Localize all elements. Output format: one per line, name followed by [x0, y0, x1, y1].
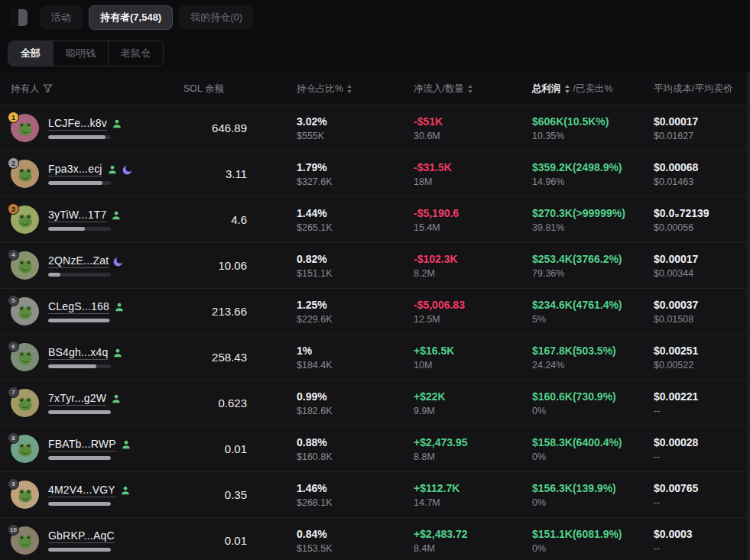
holder-cell: 7 7xTyr...g2W [0, 389, 183, 417]
sol-balance-value: 3.11 [183, 167, 248, 180]
net-inflow-cell: +$2,473.95 8.8M [414, 436, 532, 462]
avg-cell: $0.00017 $0.01627 [654, 115, 750, 141]
topbar: 活动 持有者(7,548) 我的持仓(0) [0, 0, 750, 34]
frog-avatar-icon [15, 256, 35, 276]
table-row[interactable]: 10 GbRKP...AqC 0.01 0.84% [0, 518, 750, 560]
person-icon [112, 348, 123, 358]
avg-cost-value: $0.00251 [654, 345, 750, 357]
holder-address[interactable]: 4M2V4...VGY [48, 484, 115, 497]
holder-address[interactable]: 2QNzE...Zat [48, 254, 109, 268]
table-row[interactable]: 5 CLegS...168 213.66 1.25% [0, 289, 750, 335]
sol-balance-value: 0.01 [183, 442, 248, 455]
holding-progress-fill [48, 273, 60, 277]
net-inflow-cell: -$5,006.83 12.5M [414, 299, 532, 325]
filter-smart-money[interactable]: 聪明钱 [53, 41, 108, 66]
holding-progress [48, 135, 111, 139]
total-profit-value: $253.4K(3766.2%) [532, 253, 654, 265]
sold-pct-value: 24.24% [532, 360, 654, 371]
total-profit-value: $158.3K(6400.4%) [532, 436, 654, 448]
avg-cost-value: $0.00028 [654, 436, 750, 448]
rank-badge: 1 [8, 112, 19, 123]
token-quantity-value: 12.5M [414, 314, 532, 325]
frog-avatar-icon [15, 393, 35, 413]
col-profit-label: 总利润 [532, 83, 561, 95]
position-pct-value: 1.79% [297, 161, 414, 173]
holding-progress-fill [48, 364, 96, 368]
table-row[interactable]: 9 4M2V4...VGY 0.35 1.46% $ [0, 472, 750, 518]
holder-info: Fpa3x...ecj [48, 163, 133, 185]
sol-balance-value: 646.89 [183, 121, 248, 134]
holder-address[interactable]: 7xTyr...g2W [48, 392, 106, 406]
tab-activity[interactable]: 活动 [40, 5, 83, 30]
table-row[interactable]: 1 LCJFe...k8v 646.89 3.02% [0, 105, 750, 151]
avatar-wrap: 8 [11, 435, 39, 463]
profit-cell: $151.1K(6081.9%) 0% [532, 528, 654, 554]
funnel-icon[interactable] [43, 83, 54, 94]
position-pct-value: 0.88% [297, 436, 414, 448]
net-inflow-cell: -$31.5K 18M [414, 161, 532, 187]
holder-cell: 9 4M2V4...VGY [0, 481, 183, 509]
total-profit-value: $606K(10.5K%) [532, 115, 654, 128]
frog-avatar-icon [15, 164, 35, 184]
position-cell: 1.46% $268.1K [248, 482, 414, 508]
avg-sell-price-value: $0.00344 [654, 268, 750, 279]
sold-pct-value: 0% [532, 497, 654, 508]
address-row: 2QNzE...Zat [48, 254, 124, 268]
address-row: 7xTyr...g2W [48, 392, 122, 406]
person-icon [114, 302, 125, 312]
sol-balance-value: 0.01 [183, 534, 248, 547]
position-usd-value: $229.6K [297, 314, 414, 325]
rank-badge: 7 [8, 387, 19, 398]
col-position-pct[interactable]: 持仓占比% [248, 83, 414, 95]
holder-address[interactable]: GbRKP...AqC [48, 529, 115, 543]
col-holder-label: 持有人 [11, 83, 40, 95]
holder-info: BS4gh...x4q [48, 346, 123, 368]
table-row[interactable]: 6 BS4gh...x4q 258.43 1% $1 [0, 335, 750, 380]
panel-toggle-icon[interactable] [11, 9, 28, 26]
scrollbar[interactable] [747, 73, 750, 560]
tab-holders[interactable]: 持有者(7,548) [89, 5, 173, 30]
holder-address[interactable]: LCJFe...k8v [48, 117, 107, 131]
holder-cell: 3 3yTiW...1T7 [0, 206, 183, 234]
avg-cost-value: $0.0₅72139 [654, 207, 750, 219]
position-cell: 0.88% $160.8K [248, 436, 414, 462]
holder-address[interactable]: FBATb...RWP [48, 438, 116, 452]
address-row: CLegS...168 [48, 300, 125, 314]
avg-cost-value: $0.00017 [654, 253, 750, 265]
tab-my-position[interactable]: 我的持仓(0) [179, 5, 254, 30]
token-quantity-value: 8.8M [414, 452, 532, 462]
table-row[interactable]: 8 FBATb...RWP 0.01 0.88% $ [0, 426, 750, 472]
token-quantity-value: 10M [414, 360, 532, 371]
table-row[interactable]: 7 7xTyr...g2W 0.623 0.99% [0, 380, 750, 426]
avatar-wrap: 9 [11, 481, 39, 509]
profit-cell: $160.6K(730.9%) 0% [532, 390, 654, 416]
avg-sell-price-value: $0.00522 [654, 360, 750, 371]
avatar-wrap: 6 [11, 343, 39, 371]
table-row[interactable]: 3 3yTiW...1T7 4.6 1.44% $2 [0, 197, 750, 243]
holding-progress-fill [48, 502, 111, 506]
sort-arrows-icon[interactable] [467, 85, 473, 93]
rank-badge: 8 [8, 432, 19, 444]
table-row[interactable]: 2 Fpa3x...ecj 3.11 1.79% $ [0, 151, 750, 197]
col-net-inflow[interactable]: 净流入/数量 [414, 83, 532, 95]
sort-arrows-icon[interactable] [564, 85, 570, 93]
holder-info: LCJFe...k8v [48, 117, 122, 139]
table-header: 持有人 SOL 余额 持仓占比% 净流入/数量 总利润 /已卖出% 平均成本/平… [0, 73, 750, 105]
col-profit[interactable]: 总利润 /已卖出% [532, 83, 654, 95]
holder-address[interactable]: CLegS...168 [48, 300, 109, 314]
holder-address[interactable]: Fpa3x...ecj [48, 163, 102, 176]
holding-progress-fill [48, 135, 106, 139]
filter-rat-trading[interactable]: 老鼠仓 [108, 41, 163, 66]
table-row[interactable]: 4 2QNzE...Zat 10.06 0.82% [0, 243, 750, 289]
net-inflow-value: +$2,483.72 [414, 528, 532, 540]
avg-cost-value: $0.00221 [654, 390, 750, 403]
frog-avatar-icon [15, 348, 35, 367]
sol-balance-value: 213.66 [183, 305, 248, 318]
filter-all[interactable]: 全部 [8, 41, 53, 66]
col-sol-balance: SOL 余额 [183, 83, 248, 95]
sort-arrows-icon[interactable] [346, 85, 352, 93]
holding-progress-fill [48, 227, 85, 231]
holder-address[interactable]: BS4gh...x4q [48, 346, 108, 360]
sol-balance-value: 0.35 [183, 488, 248, 501]
holder-address[interactable]: 3yTiW...1T7 [48, 209, 106, 222]
